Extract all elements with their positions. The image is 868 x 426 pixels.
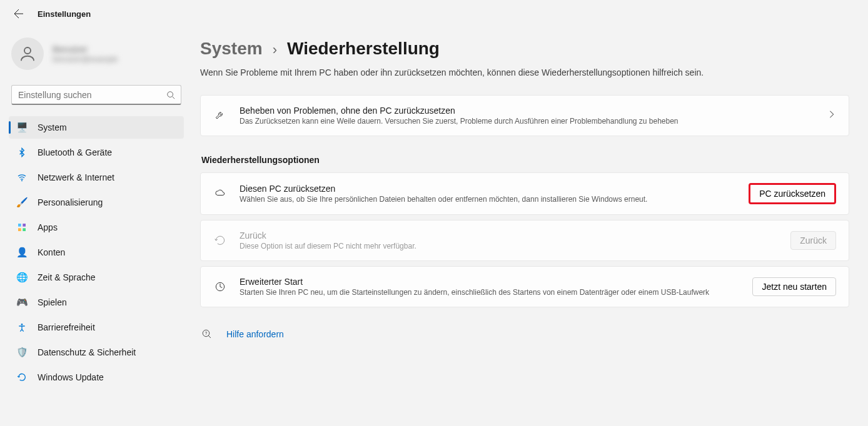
sidebar-item-spielen[interactable]: 🎮Spielen bbox=[9, 291, 184, 314]
nav-icon bbox=[16, 147, 28, 158]
nav-icon: 🖌️ bbox=[16, 197, 28, 208]
reset-title: Diesen PC zurücksetzen bbox=[240, 184, 736, 194]
history-icon bbox=[213, 234, 227, 247]
nav-icon bbox=[16, 372, 28, 383]
nav-label: Konten bbox=[38, 247, 65, 257]
svg-rect-6 bbox=[23, 228, 26, 231]
sidebar-item-personalisierung[interactable]: 🖌️Personalisierung bbox=[9, 191, 184, 214]
section-title: Wiederherstellungsoptionen bbox=[201, 155, 849, 165]
window-title: Einstellungen bbox=[38, 9, 91, 19]
help-link-row: ? Hilfe anfordern bbox=[200, 326, 849, 342]
breadcrumb-parent[interactable]: System bbox=[200, 39, 263, 59]
nav-label: Apps bbox=[38, 222, 58, 232]
nav-icon bbox=[16, 222, 28, 233]
sidebar: Benutzer benutzer@example 🖥️SystemBlueto… bbox=[0, 27, 188, 426]
goback-desc: Diese Option ist auf diesem PC nicht meh… bbox=[240, 242, 778, 250]
search-input[interactable] bbox=[11, 85, 181, 105]
page-title: Wiederherstellung bbox=[287, 39, 440, 59]
nav-list: 🖥️SystemBluetooth & GeräteNetzwerk & Int… bbox=[9, 116, 184, 389]
svg-point-1 bbox=[168, 92, 173, 97]
profile-sub: benutzer@example bbox=[53, 55, 118, 64]
svg-rect-3 bbox=[18, 224, 21, 227]
troubleshoot-card[interactable]: Beheben von Problemen, ohne den PC zurüc… bbox=[200, 95, 849, 136]
chevron-right-icon bbox=[827, 110, 836, 119]
nav-label: Personalisierung bbox=[38, 197, 103, 207]
svg-point-7 bbox=[21, 324, 23, 325]
nav-label: Netzwerk & Internet bbox=[38, 172, 114, 182]
sidebar-item-barrierefreiheit[interactable]: Barrierefreiheit bbox=[9, 316, 184, 339]
page-description: Wenn Sie Probleme mit Ihrem PC haben ode… bbox=[200, 67, 849, 77]
svg-rect-4 bbox=[23, 224, 26, 227]
sidebar-item-apps[interactable]: Apps bbox=[9, 216, 184, 239]
nav-icon: 👤 bbox=[16, 247, 28, 258]
avatar bbox=[11, 37, 44, 70]
svg-rect-5 bbox=[18, 228, 21, 231]
go-back-button: Zurück bbox=[790, 231, 836, 250]
nav-label: Spielen bbox=[38, 297, 67, 307]
person-icon bbox=[18, 44, 37, 63]
nav-label: Datenschutz & Sicherheit bbox=[38, 347, 136, 357]
nav-icon bbox=[16, 322, 28, 333]
reset-desc: Wählen Sie aus, ob Sie Ihre persönlichen… bbox=[240, 195, 736, 204]
reset-pc-card: Diesen PC zurücksetzen Wählen Sie aus, o… bbox=[200, 172, 849, 215]
sidebar-item-system[interactable]: 🖥️System bbox=[9, 116, 184, 139]
back-button[interactable] bbox=[13, 7, 25, 20]
search-icon bbox=[166, 91, 175, 99]
advanced-startup-card: Erweiterter Start Starten Sie Ihren PC n… bbox=[200, 266, 849, 307]
advanced-title: Erweiterter Start bbox=[240, 277, 740, 287]
advanced-desc: Starten Sie Ihren PC neu, um die Startei… bbox=[240, 288, 740, 297]
nav-label: Windows Update bbox=[38, 372, 104, 382]
sidebar-item-windows-update[interactable]: Windows Update bbox=[9, 366, 184, 389]
troubleshoot-title: Beheben von Problemen, ohne den PC zurüc… bbox=[240, 106, 815, 116]
svg-point-0 bbox=[24, 47, 31, 54]
nav-icon: 🛡️ bbox=[16, 347, 28, 358]
sidebar-item-zeit-sprache[interactable]: 🌐Zeit & Sprache bbox=[9, 266, 184, 289]
wrench-icon bbox=[213, 109, 227, 122]
cloud-reset-icon bbox=[213, 187, 227, 201]
help-icon: ? bbox=[201, 329, 213, 340]
nav-label: Zeit & Sprache bbox=[38, 272, 96, 282]
troubleshoot-desc: Das Zurücksetzen kann eine Weile dauern.… bbox=[240, 117, 815, 126]
nav-label: Barrierefreiheit bbox=[38, 322, 95, 332]
breadcrumb-separator: › bbox=[273, 42, 277, 58]
reset-pc-button[interactable]: PC zurücksetzen bbox=[749, 183, 836, 204]
go-back-card: Zurück Diese Option ist auf diesem PC ni… bbox=[200, 220, 849, 261]
power-restart-icon bbox=[213, 280, 227, 294]
nav-icon bbox=[16, 172, 28, 183]
profile-block[interactable]: Benutzer benutzer@example bbox=[9, 32, 184, 81]
restart-now-button[interactable]: Jetzt neu starten bbox=[752, 277, 836, 296]
nav-icon: 🌐 bbox=[16, 272, 28, 283]
breadcrumb: System › Wiederherstellung bbox=[200, 39, 849, 59]
svg-text:?: ? bbox=[205, 331, 208, 335]
profile-name: Benutzer bbox=[53, 44, 118, 55]
arrow-left-icon bbox=[14, 9, 24, 19]
sidebar-item-datenschutz-sicherheit[interactable]: 🛡️Datenschutz & Sicherheit bbox=[9, 341, 184, 364]
sidebar-item-bluetooth-ger-te[interactable]: Bluetooth & Geräte bbox=[9, 141, 184, 164]
nav-label: Bluetooth & Geräte bbox=[38, 147, 112, 157]
sidebar-item-konten[interactable]: 👤Konten bbox=[9, 241, 184, 264]
nav-icon: 🎮 bbox=[16, 297, 28, 308]
nav-label: System bbox=[38, 122, 67, 132]
main-content: System › Wiederherstellung Wenn Sie Prob… bbox=[188, 27, 868, 426]
nav-icon: 🖥️ bbox=[16, 122, 28, 133]
svg-point-2 bbox=[21, 180, 23, 181]
sidebar-item-netzwerk-internet[interactable]: Netzwerk & Internet bbox=[9, 166, 184, 189]
goback-title: Zurück bbox=[240, 230, 778, 240]
get-help-link[interactable]: Hilfe anfordern bbox=[226, 329, 284, 339]
